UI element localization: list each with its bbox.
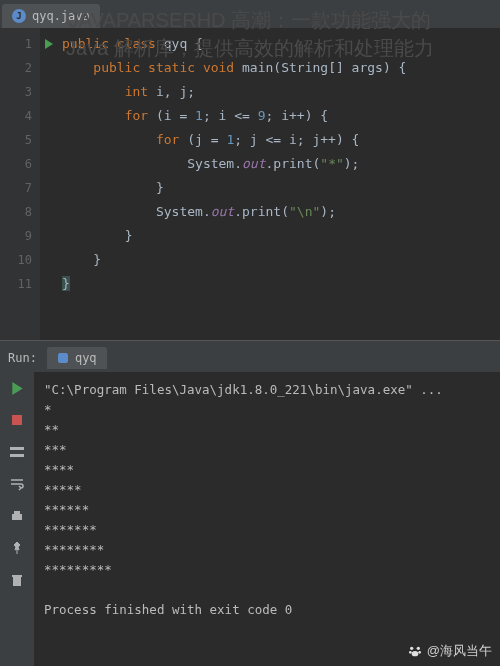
stdout-line: ***** [44, 480, 490, 500]
run-body: "C:\Program Files\Java\jdk1.8.0_221\bin\… [0, 372, 500, 666]
line-number: 6 [0, 152, 32, 176]
svg-rect-1 [58, 353, 68, 363]
file-tab-label: qyq.java [32, 9, 90, 23]
stdout-line: * [44, 400, 490, 420]
stdout-line: ****** [44, 500, 490, 520]
svg-rect-7 [14, 511, 20, 514]
editor-tab-bar: J qyq.java [0, 0, 500, 28]
run-tab-qyq[interactable]: qyq [47, 347, 107, 369]
print-icon[interactable] [7, 506, 27, 526]
run-toolbar [0, 372, 34, 666]
console-stdout: ****************************************… [44, 400, 490, 580]
svg-point-14 [411, 651, 418, 656]
code-line: for (j = 1; j <= i; j++) { [62, 128, 500, 152]
code-line: } [62, 248, 500, 272]
watermark-text: @海风当午 [427, 642, 492, 660]
run-line-icon[interactable] [40, 32, 58, 56]
stdout-line: ** [44, 420, 490, 440]
code-area: 1234567891011 public class qyq { public … [0, 28, 500, 340]
run-tab-label: qyq [75, 351, 97, 365]
code-line: public static void main(String[] args) { [62, 56, 500, 80]
code-line: System.out.print("*"); [62, 152, 500, 176]
code-editor-pane: J qyq.java 1234567891011 public class qy… [0, 0, 500, 340]
layout-icon[interactable] [7, 442, 27, 462]
run-config-icon [57, 352, 69, 364]
console-output[interactable]: "C:\Program Files\Java\jdk1.8.0_221\bin\… [34, 372, 500, 666]
line-number: 5 [0, 128, 32, 152]
stdout-line: ******* [44, 520, 490, 540]
run-header: Run: qyq [0, 344, 500, 372]
svg-rect-9 [12, 575, 22, 577]
svg-point-12 [409, 651, 412, 654]
run-label: Run: [8, 351, 37, 365]
stdout-line: ******** [44, 540, 490, 560]
rerun-icon[interactable] [7, 378, 27, 398]
code-line: } [62, 224, 500, 248]
svg-rect-4 [10, 447, 24, 450]
run-console-pane: Run: qyq [0, 344, 500, 666]
line-number-gutter: 1234567891011 [0, 28, 40, 340]
line-number: 7 [0, 176, 32, 200]
run-gutter [40, 28, 58, 340]
svg-rect-5 [10, 454, 24, 457]
pin-icon[interactable] [7, 538, 27, 558]
code-line: System.out.print("\n"); [62, 200, 500, 224]
stdout-line: **** [44, 460, 490, 480]
paw-icon [407, 643, 423, 659]
line-number: 11 [0, 272, 32, 296]
file-tab-qyq[interactable]: J qyq.java [2, 4, 100, 28]
line-number: 10 [0, 248, 32, 272]
code-line: for (i = 1; i <= 9; i++) { [62, 104, 500, 128]
svg-marker-2 [12, 382, 22, 395]
code-text-area[interactable]: public class qyq { public static void ma… [58, 28, 500, 340]
line-number: 4 [0, 104, 32, 128]
line-number: 2 [0, 56, 32, 80]
svg-rect-3 [12, 415, 22, 425]
line-number: 9 [0, 224, 32, 248]
console-exit-line: Process finished with exit code 0 [44, 600, 490, 620]
stdout-line: ********* [44, 560, 490, 580]
stdout-line: *** [44, 440, 490, 460]
stop-icon[interactable] [7, 410, 27, 430]
soft-wrap-icon[interactable] [7, 474, 27, 494]
svg-rect-6 [12, 514, 22, 520]
line-number: 8 [0, 200, 32, 224]
delete-icon[interactable] [7, 570, 27, 590]
code-line: } [62, 176, 500, 200]
svg-marker-0 [45, 39, 53, 49]
svg-rect-8 [13, 577, 21, 586]
svg-point-11 [416, 647, 419, 650]
watermark: @海风当午 [407, 642, 492, 660]
console-command: "C:\Program Files\Java\jdk1.8.0_221\bin\… [44, 380, 490, 400]
svg-point-13 [418, 651, 421, 654]
line-number: 1 [0, 32, 32, 56]
code-line: int i, j; [62, 80, 500, 104]
svg-point-10 [410, 647, 413, 650]
code-line: } [62, 272, 500, 296]
line-number: 3 [0, 80, 32, 104]
code-line: public class qyq { [62, 32, 500, 56]
java-file-icon: J [12, 9, 26, 23]
